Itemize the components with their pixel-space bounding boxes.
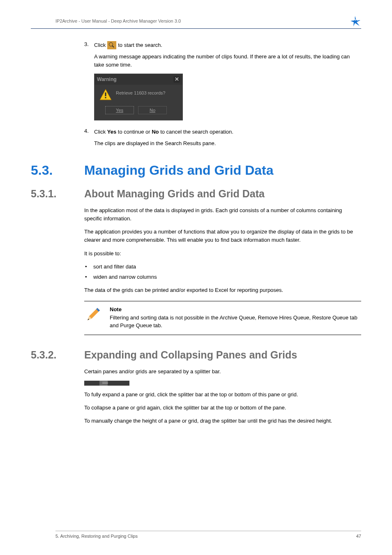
page-header: IP2Archive - User Manual - Deep Archive …	[31, 18, 361, 29]
step-4-mid: to continue or	[116, 129, 152, 135]
step-3: 3. Click to start the search. A warning …	[84, 41, 361, 120]
sec531-p4: The data of the grids can be printed and…	[84, 286, 361, 294]
sec532-p4: To manually change the height of a pane …	[84, 417, 361, 425]
step-3-number: 3.	[84, 41, 94, 47]
warning-message: Retrieve 11603 records?	[116, 89, 165, 97]
sec531-p2: The application provides you a number of…	[84, 228, 361, 244]
svg-rect-3	[105, 92, 106, 96]
header-breadcrumb: IP2Archive - User Manual - Deep Archive …	[31, 18, 181, 23]
pencil-icon	[85, 305, 103, 330]
step-4: 4. Click Yes to continue or No to cancel…	[84, 128, 361, 147]
step-4-post: to cancel the search operation.	[159, 129, 233, 135]
step-3-pre: Click	[94, 41, 106, 49]
step-4-number: 4.	[84, 128, 94, 134]
bullet-dot-icon: •	[84, 273, 93, 282]
section-5-3-1-num: 5.3.1.	[31, 188, 84, 200]
sec531-b1: sort and filter data	[93, 263, 136, 271]
step-3-subtext: A warning message appears indicating the…	[94, 53, 361, 69]
step-4-subtext: The clips are displayed in the Search Re…	[94, 139, 361, 148]
warning-titlebar: Warning ✕	[95, 74, 182, 85]
section-5-3-2-num: 5.3.2.	[31, 349, 84, 361]
footer-left: 5. Archiving, Restoring and Purging Clip…	[55, 534, 138, 539]
evs-logo-icon: EVS	[350, 15, 361, 27]
list-item: • widen and narrow columns	[84, 273, 361, 282]
bullet-dot-icon: •	[84, 263, 93, 271]
list-item: • sort and filter data	[84, 263, 361, 271]
svg-text:EVS: EVS	[352, 18, 359, 21]
step-3-post: to start the search.	[118, 41, 162, 49]
close-icon[interactable]: ✕	[173, 76, 180, 83]
sec532-p2: To fully expand a pane or grid, click th…	[84, 391, 361, 399]
section-5-3-2-heading: 5.3.2. Expanding and Collapsing Panes an…	[31, 349, 361, 361]
step-4-pre: Click	[94, 129, 107, 135]
search-icon	[107, 41, 116, 49]
step-4-no: No	[152, 129, 159, 135]
sec531-p3: It is possible to:	[84, 250, 361, 258]
note-heading: Note	[110, 305, 360, 314]
note-body: Filtering and sorting data is not possib…	[110, 314, 360, 330]
warning-dialog: Warning ✕ Retrieve 11603 records?	[94, 74, 183, 120]
splitter-bar-icon	[84, 381, 129, 386]
footer-page-number: 47	[356, 534, 361, 539]
warning-title-text: Warning	[97, 76, 117, 83]
section-5-3-1-heading: 5.3.1. About Managing Grids and Grid Dat…	[31, 188, 361, 200]
page-footer: 5. Archiving, Restoring and Purging Clip…	[55, 531, 361, 539]
section-5-3-heading: 5.3. Managing Grids and Grid Data	[31, 163, 361, 178]
section-5-3-title: Managing Grids and Grid Data	[84, 163, 274, 178]
section-5-3-1-title: About Managing Grids and Grid Data	[84, 188, 265, 200]
dialog-yes-button[interactable]: Yes	[105, 106, 134, 114]
sec531-bullets: • sort and filter data • widen and narro…	[84, 263, 361, 282]
sec532-p3: To collapse a pane or grid again, click …	[84, 404, 361, 412]
section-5-3-2-title: Expanding and Collapsing Panes and Grids	[84, 349, 297, 361]
section-5-3-num: 5.3.	[31, 163, 84, 178]
sec532-p1: Certain panes and/or grids are separated…	[84, 368, 361, 376]
dialog-no-button[interactable]: No	[138, 106, 167, 114]
svg-rect-4	[105, 97, 106, 98]
note-box: Note Filtering and sorting data is not p…	[84, 301, 361, 335]
sec531-b2: widen and narrow columns	[93, 273, 157, 282]
warning-triangle-icon	[99, 89, 112, 100]
step-4-yes: Yes	[107, 129, 116, 135]
sec531-p1: In the application most of the data is d…	[84, 206, 361, 223]
